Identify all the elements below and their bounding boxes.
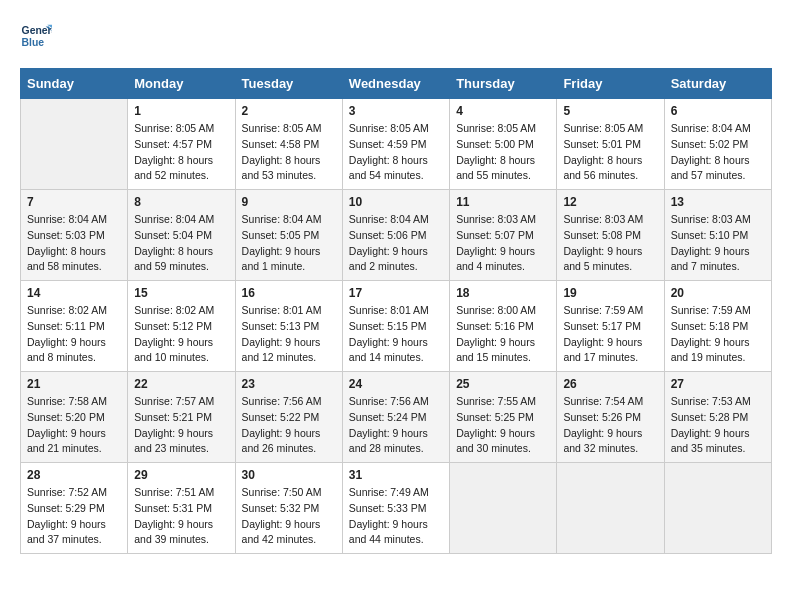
calendar-cell: 25Sunrise: 7:55 AM Sunset: 5:25 PM Dayli… <box>450 372 557 463</box>
day-number: 10 <box>349 195 443 209</box>
col-header-sunday: Sunday <box>21 69 128 99</box>
calendar-cell: 12Sunrise: 8:03 AM Sunset: 5:08 PM Dayli… <box>557 190 664 281</box>
day-number: 8 <box>134 195 228 209</box>
col-header-friday: Friday <box>557 69 664 99</box>
day-number: 6 <box>671 104 765 118</box>
day-detail: Sunrise: 7:59 AM Sunset: 5:17 PM Dayligh… <box>563 303 657 366</box>
day-number: 4 <box>456 104 550 118</box>
calendar-cell: 21Sunrise: 7:58 AM Sunset: 5:20 PM Dayli… <box>21 372 128 463</box>
day-detail: Sunrise: 8:03 AM Sunset: 5:08 PM Dayligh… <box>563 212 657 275</box>
day-detail: Sunrise: 7:52 AM Sunset: 5:29 PM Dayligh… <box>27 485 121 548</box>
col-header-saturday: Saturday <box>664 69 771 99</box>
day-detail: Sunrise: 8:04 AM Sunset: 5:05 PM Dayligh… <box>242 212 336 275</box>
calendar-cell: 13Sunrise: 8:03 AM Sunset: 5:10 PM Dayli… <box>664 190 771 281</box>
day-number: 5 <box>563 104 657 118</box>
day-detail: Sunrise: 8:02 AM Sunset: 5:11 PM Dayligh… <box>27 303 121 366</box>
col-header-thursday: Thursday <box>450 69 557 99</box>
day-detail: Sunrise: 7:50 AM Sunset: 5:32 PM Dayligh… <box>242 485 336 548</box>
day-detail: Sunrise: 7:57 AM Sunset: 5:21 PM Dayligh… <box>134 394 228 457</box>
calendar-week-row: 21Sunrise: 7:58 AM Sunset: 5:20 PM Dayli… <box>21 372 772 463</box>
day-detail: Sunrise: 8:01 AM Sunset: 5:15 PM Dayligh… <box>349 303 443 366</box>
calendar-cell: 8Sunrise: 8:04 AM Sunset: 5:04 PM Daylig… <box>128 190 235 281</box>
calendar-cell: 17Sunrise: 8:01 AM Sunset: 5:15 PM Dayli… <box>342 281 449 372</box>
calendar-cell: 22Sunrise: 7:57 AM Sunset: 5:21 PM Dayli… <box>128 372 235 463</box>
day-detail: Sunrise: 8:03 AM Sunset: 5:07 PM Dayligh… <box>456 212 550 275</box>
calendar-week-row: 7Sunrise: 8:04 AM Sunset: 5:03 PM Daylig… <box>21 190 772 281</box>
calendar-cell: 20Sunrise: 7:59 AM Sunset: 5:18 PM Dayli… <box>664 281 771 372</box>
col-header-wednesday: Wednesday <box>342 69 449 99</box>
day-number: 7 <box>27 195 121 209</box>
calendar-cell: 28Sunrise: 7:52 AM Sunset: 5:29 PM Dayli… <box>21 463 128 554</box>
day-number: 16 <box>242 286 336 300</box>
day-detail: Sunrise: 7:56 AM Sunset: 5:24 PM Dayligh… <box>349 394 443 457</box>
calendar-cell: 4Sunrise: 8:05 AM Sunset: 5:00 PM Daylig… <box>450 99 557 190</box>
calendar-cell: 31Sunrise: 7:49 AM Sunset: 5:33 PM Dayli… <box>342 463 449 554</box>
calendar-cell: 29Sunrise: 7:51 AM Sunset: 5:31 PM Dayli… <box>128 463 235 554</box>
calendar-week-row: 14Sunrise: 8:02 AM Sunset: 5:11 PM Dayli… <box>21 281 772 372</box>
day-number: 25 <box>456 377 550 391</box>
day-detail: Sunrise: 8:03 AM Sunset: 5:10 PM Dayligh… <box>671 212 765 275</box>
calendar-header-row: SundayMondayTuesdayWednesdayThursdayFrid… <box>21 69 772 99</box>
calendar-cell: 27Sunrise: 7:53 AM Sunset: 5:28 PM Dayli… <box>664 372 771 463</box>
day-number: 15 <box>134 286 228 300</box>
day-number: 22 <box>134 377 228 391</box>
day-detail: Sunrise: 8:04 AM Sunset: 5:03 PM Dayligh… <box>27 212 121 275</box>
day-detail: Sunrise: 7:51 AM Sunset: 5:31 PM Dayligh… <box>134 485 228 548</box>
calendar-cell: 24Sunrise: 7:56 AM Sunset: 5:24 PM Dayli… <box>342 372 449 463</box>
calendar-cell: 2Sunrise: 8:05 AM Sunset: 4:58 PM Daylig… <box>235 99 342 190</box>
day-detail: Sunrise: 8:05 AM Sunset: 4:59 PM Dayligh… <box>349 121 443 184</box>
calendar-cell: 7Sunrise: 8:04 AM Sunset: 5:03 PM Daylig… <box>21 190 128 281</box>
day-detail: Sunrise: 8:05 AM Sunset: 5:00 PM Dayligh… <box>456 121 550 184</box>
col-header-monday: Monday <box>128 69 235 99</box>
day-detail: Sunrise: 7:59 AM Sunset: 5:18 PM Dayligh… <box>671 303 765 366</box>
calendar-cell: 16Sunrise: 8:01 AM Sunset: 5:13 PM Dayli… <box>235 281 342 372</box>
day-number: 21 <box>27 377 121 391</box>
day-detail: Sunrise: 7:55 AM Sunset: 5:25 PM Dayligh… <box>456 394 550 457</box>
day-number: 18 <box>456 286 550 300</box>
day-number: 23 <box>242 377 336 391</box>
day-number: 1 <box>134 104 228 118</box>
svg-text:Blue: Blue <box>22 37 45 48</box>
day-detail: Sunrise: 8:04 AM Sunset: 5:02 PM Dayligh… <box>671 121 765 184</box>
day-number: 26 <box>563 377 657 391</box>
day-detail: Sunrise: 7:54 AM Sunset: 5:26 PM Dayligh… <box>563 394 657 457</box>
day-detail: Sunrise: 8:02 AM Sunset: 5:12 PM Dayligh… <box>134 303 228 366</box>
day-number: 29 <box>134 468 228 482</box>
day-detail: Sunrise: 8:05 AM Sunset: 4:58 PM Dayligh… <box>242 121 336 184</box>
day-number: 13 <box>671 195 765 209</box>
calendar-week-row: 28Sunrise: 7:52 AM Sunset: 5:29 PM Dayli… <box>21 463 772 554</box>
calendar-cell: 18Sunrise: 8:00 AM Sunset: 5:16 PM Dayli… <box>450 281 557 372</box>
day-detail: Sunrise: 8:05 AM Sunset: 5:01 PM Dayligh… <box>563 121 657 184</box>
day-number: 24 <box>349 377 443 391</box>
calendar-cell: 9Sunrise: 8:04 AM Sunset: 5:05 PM Daylig… <box>235 190 342 281</box>
calendar-cell: 15Sunrise: 8:02 AM Sunset: 5:12 PM Dayli… <box>128 281 235 372</box>
calendar-cell: 1Sunrise: 8:05 AM Sunset: 4:57 PM Daylig… <box>128 99 235 190</box>
calendar-cell <box>557 463 664 554</box>
day-number: 17 <box>349 286 443 300</box>
calendar-cell: 30Sunrise: 7:50 AM Sunset: 5:32 PM Dayli… <box>235 463 342 554</box>
calendar-cell: 3Sunrise: 8:05 AM Sunset: 4:59 PM Daylig… <box>342 99 449 190</box>
calendar-cell <box>664 463 771 554</box>
day-detail: Sunrise: 8:00 AM Sunset: 5:16 PM Dayligh… <box>456 303 550 366</box>
day-number: 12 <box>563 195 657 209</box>
day-detail: Sunrise: 8:05 AM Sunset: 4:57 PM Dayligh… <box>134 121 228 184</box>
day-number: 28 <box>27 468 121 482</box>
calendar-cell: 26Sunrise: 7:54 AM Sunset: 5:26 PM Dayli… <box>557 372 664 463</box>
logo-icon: General Blue <box>20 20 52 52</box>
calendar-cell: 5Sunrise: 8:05 AM Sunset: 5:01 PM Daylig… <box>557 99 664 190</box>
day-detail: Sunrise: 7:53 AM Sunset: 5:28 PM Dayligh… <box>671 394 765 457</box>
calendar-cell: 11Sunrise: 8:03 AM Sunset: 5:07 PM Dayli… <box>450 190 557 281</box>
day-detail: Sunrise: 8:01 AM Sunset: 5:13 PM Dayligh… <box>242 303 336 366</box>
calendar-cell: 23Sunrise: 7:56 AM Sunset: 5:22 PM Dayli… <box>235 372 342 463</box>
calendar-cell <box>21 99 128 190</box>
day-number: 3 <box>349 104 443 118</box>
calendar-cell: 19Sunrise: 7:59 AM Sunset: 5:17 PM Dayli… <box>557 281 664 372</box>
calendar-cell: 14Sunrise: 8:02 AM Sunset: 5:11 PM Dayli… <box>21 281 128 372</box>
day-detail: Sunrise: 8:04 AM Sunset: 5:04 PM Dayligh… <box>134 212 228 275</box>
day-detail: Sunrise: 7:58 AM Sunset: 5:20 PM Dayligh… <box>27 394 121 457</box>
day-number: 31 <box>349 468 443 482</box>
day-number: 19 <box>563 286 657 300</box>
col-header-tuesday: Tuesday <box>235 69 342 99</box>
day-detail: Sunrise: 7:56 AM Sunset: 5:22 PM Dayligh… <box>242 394 336 457</box>
page-header: General Blue <box>20 20 772 52</box>
